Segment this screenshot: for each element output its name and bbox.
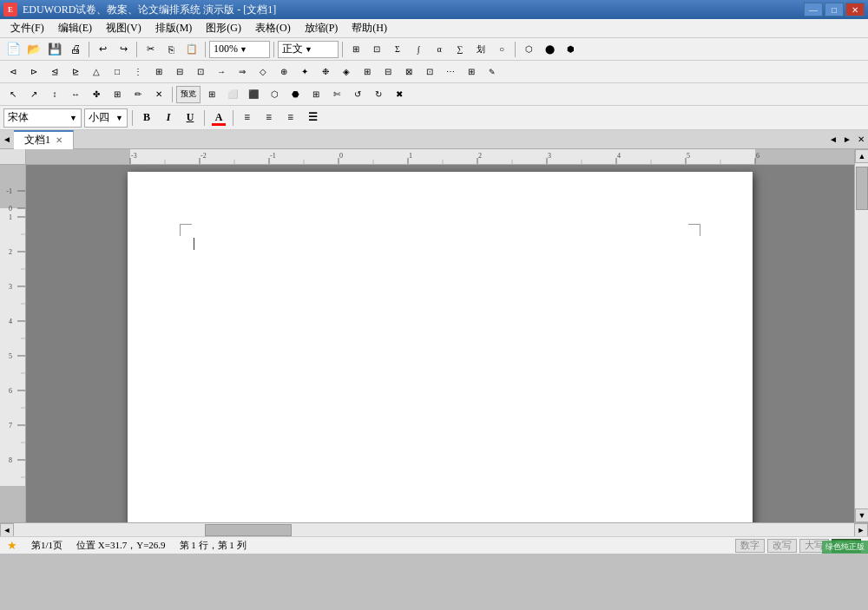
tb3-btn-2[interactable]: ↗ [24, 86, 43, 103]
tb2-btn-12[interactable]: ⇒ [233, 63, 252, 81]
menu-table[interactable]: 表格(O) [248, 19, 298, 37]
tb2-btn-3[interactable]: ⊴ [45, 63, 64, 81]
align-left-button[interactable]: ≡ [238, 108, 257, 128]
save-button[interactable]: 💾 [45, 41, 64, 58]
redo-button[interactable]: ↪ [114, 41, 133, 58]
scroll-down-button[interactable]: ▼ [855, 508, 868, 522]
tb2-btn-19[interactable]: ⊟ [378, 63, 398, 81]
menu-view[interactable]: 视图(V) [99, 19, 148, 37]
scroll-left-button[interactable]: ◄ [0, 523, 14, 537]
tb-btn-11[interactable]: ⬢ [561, 41, 580, 58]
page-scroll-area[interactable] [26, 165, 854, 522]
tab-nav-next[interactable]: ► [840, 130, 854, 149]
font-name-select[interactable]: 宋体 ▼ [3, 108, 82, 128]
tb3-preview-btn[interactable]: 预览 [176, 86, 201, 103]
tb2-btn-23[interactable]: ⊞ [462, 63, 481, 81]
tb2-btn-8[interactable]: ⊞ [149, 63, 168, 81]
justify-button[interactable]: ☰ [303, 108, 322, 128]
tb2-btn-9[interactable]: ⊟ [170, 63, 189, 81]
font-size-select[interactable]: 小四 ▼ [84, 108, 128, 128]
tb3-btn-17[interactable]: ↻ [369, 86, 388, 103]
tb2-btn-6[interactable]: □ [108, 63, 127, 81]
tb3-btn-6[interactable]: ⊞ [108, 86, 127, 103]
align-center-button[interactable]: ≡ [260, 108, 279, 128]
tb-btn-4[interactable]: ∫ [409, 41, 428, 58]
tb2-btn-20[interactable]: ⊠ [399, 63, 418, 81]
underline-button[interactable]: U [181, 108, 200, 128]
tb-btn-1[interactable]: ⊞ [346, 41, 365, 58]
copy-button[interactable]: ⎘ [161, 41, 181, 58]
tab-close-icon[interactable]: ✕ [56, 135, 62, 145]
paste-button[interactable]: 📋 [182, 41, 201, 58]
tb3-btn-7[interactable]: ✏ [128, 86, 148, 103]
mode-number-btn[interactable]: 数字 [735, 539, 765, 553]
mode-overwrite-btn[interactable]: 改写 [767, 539, 797, 553]
bold-button[interactable]: B [137, 108, 156, 128]
tb2-btn-16[interactable]: ❉ [316, 63, 335, 81]
new-button[interactable]: 📄 [3, 41, 23, 58]
tb3-btn-10[interactable]: ⬜ [223, 86, 242, 103]
tb3-btn-9[interactable]: ⊞ [202, 86, 221, 103]
tb3-btn-12[interactable]: ⬡ [265, 86, 284, 103]
tb2-btn-15[interactable]: ✦ [295, 63, 314, 81]
cut-button[interactable]: ✂ [141, 41, 160, 58]
tb2-btn-11[interactable]: → [212, 63, 231, 81]
scroll-right-button[interactable]: ► [854, 523, 868, 537]
tb3-btn-5[interactable]: ✤ [87, 86, 106, 103]
tb3-btn-8[interactable]: ✕ [149, 86, 168, 103]
scroll-thumb-horizontal[interactable] [205, 524, 292, 536]
align-right-button[interactable]: ≡ [281, 108, 300, 128]
italic-button[interactable]: I [159, 108, 178, 128]
menu-edit[interactable]: 编辑(E) [51, 19, 99, 37]
tb2-btn-17[interactable]: ◈ [337, 63, 356, 81]
tb3-btn-3[interactable]: ↕ [45, 86, 64, 103]
menu-help[interactable]: 帮助(H) [345, 19, 394, 37]
style-combo[interactable]: 正文 ▼ [278, 41, 339, 58]
tab-document1[interactable]: 文档1 ✕ [14, 130, 74, 149]
tb-btn-10[interactable]: ⬤ [540, 41, 559, 58]
tb3-btn-15[interactable]: ✄ [327, 86, 346, 103]
tab-nav-prev[interactable]: ◄ [826, 130, 840, 149]
tb-btn-3[interactable]: Σ [388, 41, 407, 58]
tb3-btn-13[interactable]: ⬣ [286, 86, 305, 103]
tb2-btn-7[interactable]: ⋮ [128, 63, 148, 81]
tb2-btn-18[interactable]: ⊞ [358, 63, 377, 81]
tb-btn-7[interactable]: 划 [471, 41, 490, 58]
close-button[interactable]: ✕ [845, 3, 865, 16]
tb-btn-8[interactable]: ○ [492, 41, 511, 58]
tb3-btn-11[interactable]: ⬛ [244, 86, 263, 103]
zoom-combo[interactable]: 100% ▼ [209, 41, 270, 58]
tab-close-all[interactable]: ✕ [854, 130, 868, 149]
document-page[interactable] [128, 172, 753, 522]
menu-zoom[interactable]: 放缩(P) [298, 19, 345, 37]
tb2-btn-5[interactable]: △ [87, 63, 106, 81]
tb-btn-9[interactable]: ⬡ [519, 41, 538, 58]
tb2-btn-14[interactable]: ⊕ [274, 63, 293, 81]
print-button[interactable]: 🖨 [66, 41, 85, 58]
tb2-btn-4[interactable]: ⊵ [66, 63, 85, 81]
tb-btn-5[interactable]: α [430, 41, 449, 58]
menu-layout[interactable]: 排版(M) [148, 19, 200, 37]
tb-btn-2[interactable]: ⊡ [367, 41, 386, 58]
tb2-btn-2[interactable]: ⊳ [24, 63, 43, 81]
scroll-thumb-vertical[interactable] [856, 167, 868, 210]
menu-graphics[interactable]: 图形(G) [199, 19, 248, 37]
tb2-btn-21[interactable]: ⊡ [420, 63, 439, 81]
tb-btn-6[interactable]: ∑ [450, 41, 470, 58]
undo-button[interactable]: ↩ [93, 41, 112, 58]
tb2-btn-22[interactable]: ⋯ [441, 63, 460, 81]
tb3-btn-16[interactable]: ↺ [348, 86, 367, 103]
menu-file[interactable]: 文件(F) [3, 19, 51, 37]
maximize-button[interactable]: □ [825, 3, 844, 16]
tb2-btn-13[interactable]: ◇ [253, 63, 273, 81]
open-button[interactable]: 📂 [24, 41, 43, 58]
tb3-btn-4[interactable]: ↔ [66, 86, 85, 103]
font-color-button[interactable]: A [209, 108, 228, 128]
tb3-btn-1[interactable]: ↖ [3, 86, 23, 103]
tb2-btn-1[interactable]: ⊲ [3, 63, 23, 81]
scroll-up-button[interactable]: ▲ [855, 149, 868, 163]
tb2-btn-10[interactable]: ⊡ [191, 63, 210, 81]
tb3-btn-14[interactable]: ⊞ [306, 86, 326, 103]
tab-left-arrow[interactable]: ◄ [0, 130, 14, 149]
minimize-button[interactable]: — [804, 3, 823, 16]
